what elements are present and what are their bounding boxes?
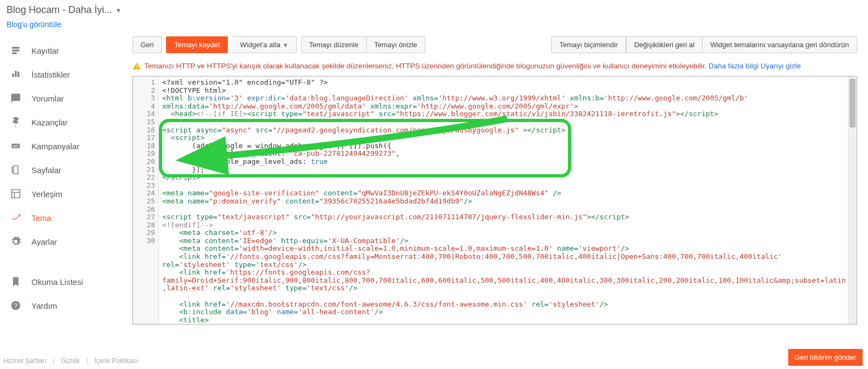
sidebar-item-label: Yorumlar <box>31 94 63 103</box>
editor-scrollbar[interactable] <box>848 77 857 324</box>
footer-content-policy[interactable]: İçerik Politikası <box>94 357 138 365</box>
sidebar-item-kayıtlar[interactable]: Kayıtlar <box>0 39 132 62</box>
footer-terms[interactable]: Hizmet Şartları <box>3 357 46 365</box>
earnings-icon <box>10 116 22 128</box>
sidebar-item-label: Yerleşim <box>31 189 62 199</box>
revert-widgets-button[interactable]: Widget temalarını varsayılana geri döndü… <box>703 36 857 53</box>
sidebar-item-label: İstatistikler <box>31 70 70 79</box>
posts-icon <box>10 44 22 56</box>
layout-icon <box>10 188 22 200</box>
blog-title-text: Blog Hocam - Daha İyi... <box>7 4 112 16</box>
warning-text: Temanızı HTTP ve HTTPS'yi karışık olarak… <box>144 62 706 70</box>
sidebar-item-label: Kayıtlar <box>31 46 59 55</box>
svg-text:?: ? <box>14 302 18 309</box>
blog-title-dropdown[interactable]: Blog Hocam - Daha İyi... ▼ <box>7 4 122 16</box>
code-editor[interactable]: 12341415161718192021222324252627282930 <… <box>132 76 857 325</box>
theme-icon <box>10 212 22 224</box>
sidebar-item-label: Ayarlar <box>31 237 57 246</box>
warning-icon <box>132 62 141 71</box>
sidebar-item-label: Okuma Listesi <box>31 277 83 287</box>
save-theme-button[interactable]: Temayı kaydet <box>166 36 228 53</box>
sidebar-item-yardım[interactable]: ?Yardım <box>0 294 132 317</box>
chevron-down-icon: ▼ <box>116 7 122 14</box>
preview-theme-button[interactable]: Temayı önizle <box>367 36 425 53</box>
sidebar-item-yerleşim[interactable]: Yerleşim <box>0 182 132 206</box>
sidebar-item-ayarlar[interactable]: Ayarlar <box>0 230 132 253</box>
sidebar-item-sayfalar[interactable]: Sayfalar <box>0 158 132 182</box>
feedback-button[interactable]: Geri bildirim gönder <box>788 349 863 366</box>
edit-theme-button[interactable]: Temayı düzenle <box>301 36 367 53</box>
toolbar: Geri Temayı kaydet Widget'a atla ▼ Temay… <box>132 33 857 56</box>
reading-list-icon <box>10 276 22 288</box>
sidebar-item-tema[interactable]: Tema <box>0 206 132 230</box>
revert-changes-button[interactable]: Değişiklikleri geri al <box>626 36 703 53</box>
footer-links: Hizmet Şartları | Gizlilik | İçerik Poli… <box>3 357 138 365</box>
chevron-down-icon: ▼ <box>283 42 289 48</box>
scrollbar-thumb[interactable] <box>850 79 856 128</box>
sidebar-item-label: Kazançlar <box>31 118 68 127</box>
pages-icon <box>10 164 22 176</box>
sidebar-item-kampanyalar[interactable]: ADKampanyalar <box>0 134 132 158</box>
settings-icon <box>10 236 22 247</box>
jump-widget-button[interactable]: Widget'a atla ▼ <box>232 36 296 53</box>
editor-gutter: 12341415161718192021222324252627282930 <box>133 77 159 324</box>
https-warning: Temanızı HTTP ve HTTPS'yi karışık olarak… <box>132 60 857 76</box>
sidebar-item-label: Sayfalar <box>31 166 61 175</box>
sidebar-item-kazançlar[interactable]: Kazançlar <box>0 110 132 134</box>
campaigns-icon: AD <box>10 140 22 152</box>
format-theme-button[interactable]: Temayı biçimlendir <box>551 36 626 53</box>
warning-dismiss-link[interactable]: Uyarıyı gizle <box>761 62 801 70</box>
jump-widget-label: Widget'a atla <box>240 41 280 49</box>
sidebar-item-yorumlar[interactable]: Yorumlar <box>0 86 132 110</box>
comments-icon <box>10 92 22 104</box>
editor-code[interactable]: <?xml version="1.0" encoding="UTF-8" ?><… <box>159 77 848 324</box>
back-button[interactable]: Geri <box>132 36 162 53</box>
sidebar-item-label: Yardım <box>31 301 57 310</box>
footer-privacy[interactable]: Gizlilik <box>61 357 80 365</box>
sidebar-item-label: Tema <box>31 213 52 222</box>
help-icon: ? <box>10 300 22 311</box>
sidebar: KayıtlarİstatistiklerYorumlarKazançlarAD… <box>0 33 132 325</box>
svg-text:AD: AD <box>13 144 18 148</box>
sidebar-item-okuma listesi[interactable]: Okuma Listesi <box>0 270 132 294</box>
sidebar-item-i̇statistikler[interactable]: İstatistikler <box>0 62 132 86</box>
stats-icon <box>10 68 22 80</box>
view-blog-link[interactable]: Blog'u görüntüle <box>7 20 61 29</box>
warning-more-link[interactable]: Daha fazla bilgi <box>709 62 758 70</box>
sidebar-item-label: Kampanyalar <box>31 142 79 151</box>
